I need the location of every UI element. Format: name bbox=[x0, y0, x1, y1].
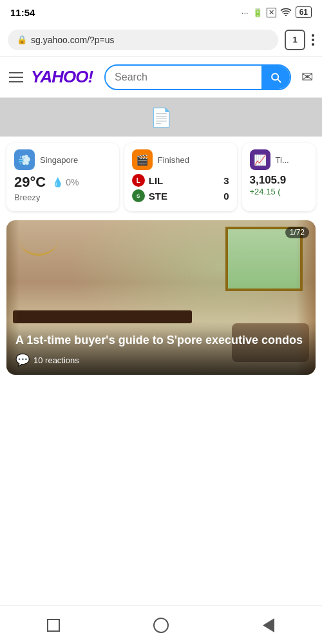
battery-level: 61 bbox=[296, 6, 312, 18]
team1-name: LIL bbox=[149, 175, 164, 186]
team1-score: 3 bbox=[223, 175, 229, 186]
news-overlay: A 1st-time buyer's guide to S'pore execu… bbox=[6, 321, 316, 375]
signal-icon: ··· bbox=[242, 8, 249, 17]
widgets-row: 💨 Singapore 29°C 💧 0% Breezy 🎬 Finished … bbox=[0, 137, 322, 215]
more-menu-button[interactable] bbox=[312, 34, 314, 46]
home-button[interactable] bbox=[149, 614, 173, 637]
team2-row: S STE 0 bbox=[132, 189, 229, 202]
comment-icon: 💬 bbox=[15, 353, 30, 367]
finance-widget[interactable]: 📈 Ti... 3,105.9 +24.15 ( bbox=[242, 143, 316, 211]
search-bar[interactable] bbox=[104, 64, 291, 90]
rain-icon: 💧 bbox=[52, 177, 63, 187]
back-button[interactable] bbox=[257, 614, 280, 637]
lock-icon: 🔒 bbox=[17, 35, 27, 44]
yahoo-logo: YAHOO! bbox=[31, 67, 93, 87]
team2-logo: S bbox=[132, 189, 145, 202]
trending-up-icon: 📈 bbox=[254, 154, 267, 166]
status-icons: ··· 🔋 ✕ 61 bbox=[242, 6, 312, 18]
square-icon bbox=[47, 619, 60, 632]
team1-row: L LIL 3 bbox=[132, 174, 229, 187]
search-input[interactable] bbox=[106, 71, 261, 83]
sports-status: Finished bbox=[158, 155, 189, 165]
reactions-count: 10 reactions bbox=[33, 355, 79, 365]
weather-humidity: 0% bbox=[66, 177, 79, 187]
finance-value: 3,105.9 bbox=[250, 174, 308, 187]
status-time: 11:54 bbox=[10, 7, 35, 18]
team1-logo: L bbox=[132, 174, 145, 187]
finance-label: Ti... bbox=[276, 155, 289, 165]
mail-icon[interactable]: ✉ bbox=[301, 69, 313, 86]
stop-button[interactable] bbox=[42, 614, 65, 637]
back-arrow-icon bbox=[263, 618, 274, 632]
svg-point-0 bbox=[285, 14, 287, 15]
news-card[interactable]: 1/72 A 1st-time buyer's guide to S'pore … bbox=[6, 220, 316, 375]
search-button[interactable] bbox=[261, 64, 290, 90]
weather-condition: Breezy bbox=[14, 193, 111, 202]
news-title: A 1st-time buyer's guide to S'pore execu… bbox=[15, 333, 307, 348]
hamburger-menu-button[interactable] bbox=[9, 72, 23, 82]
finance-widget-icon: 📈 bbox=[250, 149, 270, 170]
news-reactions: 💬 10 reactions bbox=[15, 353, 307, 367]
sports-widget[interactable]: 🎬 Finished L LIL 3 S STE 0 bbox=[124, 143, 237, 211]
address-bar[interactable]: 🔒 sg.yahoo.com/?p=us 1 bbox=[0, 23, 322, 57]
weather-location: Singapore bbox=[40, 155, 78, 165]
bottom-nav bbox=[0, 605, 322, 644]
nav-bar: YAHOO! ✉ bbox=[0, 57, 322, 98]
close-icon: ✕ bbox=[267, 8, 276, 17]
circle-icon bbox=[153, 618, 169, 633]
sports-widget-icon: 🎬 bbox=[132, 149, 153, 170]
url-input[interactable]: 🔒 sg.yahoo.com/?p=us bbox=[8, 30, 278, 50]
search-icon bbox=[269, 71, 282, 84]
weather-temp: 29°C bbox=[14, 174, 46, 191]
document-icon: 📄 bbox=[150, 107, 173, 128]
status-bar: 11:54 ··· 🔋 ✕ 61 bbox=[0, 0, 322, 23]
weather-widget[interactable]: 💨 Singapore 29°C 💧 0% Breezy bbox=[6, 143, 119, 211]
tab-switcher[interactable]: 1 bbox=[285, 30, 305, 50]
banner-placeholder: 📄 bbox=[0, 98, 322, 137]
team2-score: 0 bbox=[223, 191, 229, 202]
url-text: sg.yahoo.com/?p=us bbox=[31, 35, 115, 45]
sports-icon: 🎬 bbox=[136, 154, 149, 166]
wind-icon: 💨 bbox=[18, 154, 31, 166]
wifi-icon bbox=[280, 7, 292, 18]
chandelier-decoration bbox=[19, 223, 58, 256]
finance-change: +24.15 ( bbox=[250, 187, 308, 196]
battery-charging-icon: 🔋 bbox=[252, 8, 263, 17]
team2-name: STE bbox=[149, 191, 167, 202]
empty-content-area bbox=[0, 380, 322, 509]
weather-widget-icon: 💨 bbox=[14, 149, 35, 170]
news-counter: 1/72 bbox=[285, 227, 309, 238]
